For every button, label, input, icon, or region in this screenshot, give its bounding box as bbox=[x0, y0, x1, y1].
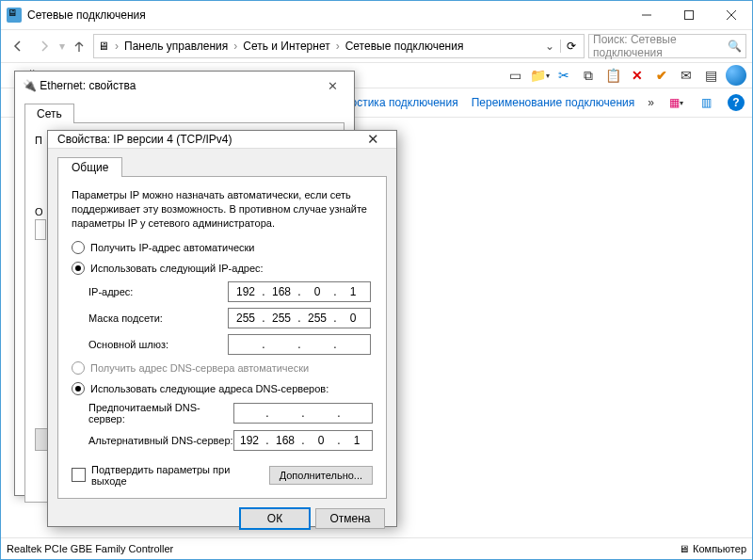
breadcrumb[interactable]: Сеть и Интернет bbox=[241, 40, 331, 53]
radio-use-following-dns[interactable]: Использовать следующие адреса DNS-сервер… bbox=[72, 381, 373, 396]
alternate-dns-input[interactable]: 192. 168. 0. 1 bbox=[233, 430, 373, 451]
label-dns1: Предпочитаемый DNS-сервер: bbox=[88, 402, 233, 424]
dialog-buttons: ОК Отмена bbox=[48, 499, 396, 538]
diagnostic-link[interactable]: остика подключения bbox=[351, 96, 458, 109]
preview-pane-icon[interactable]: ▥ bbox=[697, 94, 714, 111]
ip-group: IP-адрес: 192. 168. 0. 1 Маска подсети: … bbox=[72, 281, 373, 355]
help-icon[interactable]: ? bbox=[728, 94, 745, 111]
close-button[interactable]: ✕ bbox=[318, 79, 346, 93]
chevron-right-icon[interactable]: › bbox=[115, 40, 119, 53]
mail-icon[interactable]: ✉ bbox=[677, 66, 696, 85]
subnet-mask-input[interactable]: 255. 255. 255. 0 bbox=[228, 308, 371, 328]
radio-obtain-dns-auto: Получить адрес DNS-сервера автоматически bbox=[72, 360, 373, 376]
breadcrumb[interactable]: Панель управления bbox=[122, 40, 230, 53]
globe-icon[interactable] bbox=[726, 65, 746, 86]
chevron-right-icon[interactable]: › bbox=[336, 40, 340, 53]
history-dropdown-icon[interactable]: ▾ bbox=[59, 40, 65, 53]
chevron-right-icon[interactable]: › bbox=[233, 40, 237, 53]
cancel-button[interactable]: Отмена bbox=[315, 508, 385, 529]
info-text: Параметры IP можно назначать автоматичес… bbox=[72, 188, 373, 231]
label-gateway: Основной шлюз: bbox=[88, 339, 228, 350]
label-mask: Маска подсети: bbox=[88, 312, 228, 324]
status-bar: Realtek PCIe GBE Family Controller 🖥 Ком… bbox=[1, 537, 752, 559]
refresh-icon[interactable]: ⟳ bbox=[560, 40, 582, 53]
install-button[interactable] bbox=[35, 428, 48, 451]
dns-group: Предпочитаемый DNS-сервер: . . . Альтерн… bbox=[72, 402, 373, 451]
toolbar: ▭ 📁▾ ✂ ⧉ 📋 ✕ ✔ ✉ ▤ bbox=[505, 63, 746, 88]
ethernet-icon: 🔌 bbox=[23, 79, 37, 92]
breadcrumb[interactable]: Сетевые подключения bbox=[344, 40, 466, 53]
validate-label: Подтвердить параметры при выходе bbox=[91, 464, 264, 487]
search-icon[interactable]: 🔍 bbox=[728, 40, 742, 53]
layout-icon[interactable]: ▦▾ bbox=[667, 94, 684, 111]
dialog-titlebar: Свойства: IP версии 4 (TCP/IPv4) ✕ bbox=[48, 131, 396, 149]
cut-icon[interactable]: ✂ bbox=[554, 66, 573, 85]
search-placeholder: Поиск: Сетевые подключения bbox=[593, 33, 728, 59]
radio-use-following-ip[interactable]: Использовать следующий IP-адрес: bbox=[72, 261, 373, 276]
window-icon bbox=[7, 8, 22, 23]
dropdown-icon[interactable]: ⌄ bbox=[539, 40, 560, 53]
computer-icon: 🖥 bbox=[96, 40, 111, 53]
back-button[interactable] bbox=[7, 35, 29, 57]
ip-address-input[interactable]: 192. 168. 0. 1 bbox=[228, 281, 371, 302]
gateway-input[interactable]: . . . bbox=[228, 334, 371, 355]
copy-icon[interactable]: ⧉ bbox=[579, 66, 598, 85]
ok-button[interactable]: ОК bbox=[240, 508, 310, 529]
tab-general[interactable]: Общие bbox=[57, 157, 122, 177]
status-category: Компьютер bbox=[693, 543, 746, 554]
computer-icon: 🖥 bbox=[679, 543, 689, 554]
ipv4-properties-dialog: Свойства: IP версии 4 (TCP/IPv4) ✕ Общие… bbox=[47, 130, 397, 527]
close-button[interactable]: ✕ bbox=[359, 131, 387, 148]
status-adapter: Realtek PCIe GBE Family Controller bbox=[7, 543, 173, 554]
label-ip: IP-адрес: bbox=[88, 286, 228, 297]
check-icon[interactable]: ✔ bbox=[652, 66, 671, 85]
rename-link[interactable]: Переименование подключения bbox=[472, 96, 635, 109]
advanced-button[interactable]: Дополнительно... bbox=[269, 466, 373, 485]
delete-icon[interactable]: ✕ bbox=[628, 66, 647, 85]
folder-button[interactable]: 📁▾ bbox=[530, 66, 549, 85]
titlebar: Сетевые подключения bbox=[1, 1, 752, 30]
view-button[interactable]: ▭ bbox=[505, 66, 524, 85]
up-button[interactable] bbox=[69, 36, 89, 56]
window-title: Сетевые подключения bbox=[27, 8, 146, 22]
address-bar[interactable]: 🖥 › Панель управления › Сеть и Интернет … bbox=[93, 34, 585, 58]
nav-row: ▾ 🖥 › Панель управления › Сеть и Интерне… bbox=[1, 30, 752, 63]
search-input[interactable]: Поиск: Сетевые подключения 🔍 bbox=[588, 34, 746, 58]
paste-icon[interactable]: 📋 bbox=[603, 66, 622, 85]
dialog-titlebar: 🔌 Ethernet: свойства ✕ bbox=[15, 72, 354, 100]
label-dns2: Альтернативный DNS-сервер: bbox=[88, 435, 233, 446]
svg-rect-1 bbox=[684, 11, 693, 20]
forward-button[interactable] bbox=[33, 35, 56, 57]
general-pane: Параметры IP можно назначать автоматичес… bbox=[57, 176, 387, 499]
dialog-title: Свойства: IP версии 4 (TCP/IPv4) bbox=[57, 133, 232, 146]
tab-network[interactable]: Сеть bbox=[24, 104, 74, 123]
more-commands[interactable]: » bbox=[648, 96, 654, 109]
details-icon[interactable]: ▤ bbox=[701, 66, 720, 85]
minimize-button[interactable] bbox=[625, 1, 667, 29]
preferred-dns-input[interactable]: . . . bbox=[233, 403, 373, 424]
components-listbox[interactable] bbox=[35, 219, 46, 240]
close-button[interactable] bbox=[710, 1, 752, 29]
maximize-button[interactable] bbox=[667, 1, 710, 29]
radio-obtain-ip-auto[interactable]: Получить IP-адрес автоматически bbox=[72, 240, 373, 255]
dialog-title: Ethernet: свойства bbox=[40, 79, 136, 92]
validate-on-exit-checkbox[interactable] bbox=[72, 468, 86, 482]
